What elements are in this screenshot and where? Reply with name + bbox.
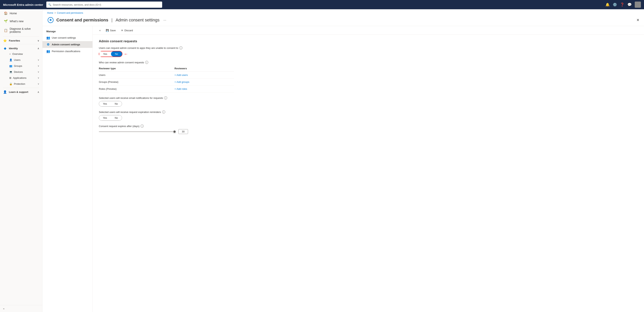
reviewer-type-roles: Roles (Preview): [99, 86, 174, 92]
settings-content: Admin consent requests Users can request…: [93, 35, 644, 312]
settings-panel: « 💾 Save ✕ Discard Admin consent request…: [93, 26, 644, 312]
admin-consent-request-field: Users can request admin consent to apps …: [99, 46, 638, 57]
search-placeholder: Search resources, services, and docs (G+…: [53, 3, 101, 6]
feedback-icon[interactable]: 💬: [628, 2, 632, 7]
discard-button[interactable]: ✕ Discard: [119, 28, 135, 33]
add-groups-link[interactable]: + Add groups: [174, 80, 190, 84]
sidebar-identity[interactable]: ◆ Identity ∧: [0, 45, 42, 51]
sidebar-item-home[interactable]: 🏠 Home: [1, 10, 42, 17]
reviewer-type-groups: Groups (Preview): [99, 78, 174, 86]
users-chevron: ∨: [38, 59, 39, 61]
expiration-reminder-label: Selected users will receive request expi…: [99, 110, 638, 114]
whats-new-icon: 🌱: [4, 19, 8, 23]
slider-value[interactable]: 30: [178, 129, 188, 134]
email-notif-no[interactable]: No: [111, 101, 122, 106]
avatar[interactable]: [635, 2, 641, 8]
manage-admin-consent-label: Admin consent settings: [52, 43, 80, 46]
groups-chevron: ∨: [38, 65, 39, 67]
app-title: Microsoft Entra admin center: [3, 3, 43, 6]
reviewer-table: Reviewer type Reviewers Users + Add user…: [99, 66, 234, 92]
manage-user-consent-label: User consent settings: [52, 36, 76, 39]
search-bar[interactable]: 🔍 Search resources, services, and docs (…: [46, 2, 162, 8]
add-roles-link[interactable]: + Add roles: [174, 88, 187, 90]
bell-icon[interactable]: 🔔: [606, 2, 610, 7]
toggle-yes-option[interactable]: Yes: [99, 51, 111, 56]
expiry-no[interactable]: No: [111, 115, 122, 120]
expiration-reminder-field: Selected users will receive request expi…: [99, 110, 638, 121]
sidebar-item-groups[interactable]: 👥 Groups ∨: [0, 63, 42, 69]
permission-class-icon: 👥: [46, 50, 50, 53]
sidebar-item-overview[interactable]: ○ Overview: [0, 51, 42, 57]
discard-icon: ✕: [121, 29, 123, 32]
sidebar-item-devices[interactable]: 💻 Devices ∨: [0, 69, 42, 75]
sidebar-home-label: Home: [10, 12, 17, 15]
email-notification-toggle[interactable]: Yes No: [99, 101, 122, 106]
sidebar-item-whats-new[interactable]: 🌱 What's new: [1, 18, 42, 25]
manage-item-permission-class[interactable]: 👥 Permission classifications: [42, 48, 92, 55]
sidebar-item-protection[interactable]: 🔒 Protection ∨: [0, 81, 42, 87]
field2-info-icon[interactable]: i: [164, 96, 167, 100]
page-header: Consent and permissions | Admin consent …: [42, 15, 644, 26]
sidebar-favorites[interactable]: ⭐ Favorites ∨: [0, 37, 42, 43]
sidebar-groups-label: Groups: [14, 64, 22, 68]
sidebar-whats-new-label: What's new: [10, 20, 24, 23]
collapse-panel-icon: «: [99, 29, 101, 32]
sidebar-diagnose-label: Diagnose & solve problems: [10, 27, 38, 34]
admin-consent-toggle[interactable]: Yes No: [99, 51, 122, 57]
save-label: Save: [110, 29, 116, 32]
protection-chevron: ∨: [38, 83, 39, 85]
close-button[interactable]: ✕: [636, 18, 639, 22]
sidebar-divider-2: [3, 44, 39, 44]
manage-item-user-consent[interactable]: 👥 User consent settings: [42, 34, 92, 41]
field3-info-icon[interactable]: i: [162, 110, 165, 114]
sidebar-users-label: Users: [14, 58, 20, 62]
add-users-link[interactable]: + Add users: [174, 74, 188, 76]
help-icon[interactable]: ❓: [620, 2, 624, 7]
slider-row: 30: [99, 129, 638, 134]
email-notif-yes[interactable]: Yes: [99, 101, 111, 106]
save-icon: 💾: [106, 29, 109, 32]
email-notification-label: Selected users will receive email notifi…: [99, 96, 638, 100]
breadcrumb-separator: >: [54, 12, 56, 14]
sidebar-item-users[interactable]: 👤 Users ∨: [0, 57, 42, 63]
devices-icon: 💻: [9, 70, 12, 73]
manage-panel: Manage 👥 User consent settings ⚙ Admin c…: [42, 26, 93, 312]
favorites-chevron: ∨: [38, 40, 39, 42]
sidebar-divider-1: [3, 36, 39, 36]
devices-chevron: ∨: [38, 71, 39, 73]
sidebar-item-applications[interactable]: ⊞ Applications ∨: [0, 75, 42, 81]
applications-icon: ⊞: [9, 76, 12, 79]
page-title-divider: |: [112, 18, 112, 22]
content-area: Home > Consent and permissions Consent a…: [42, 9, 644, 312]
save-button[interactable]: 💾 Save: [104, 28, 118, 33]
users-icon: 👤: [9, 58, 12, 62]
col-reviewer-type: Reviewer type: [99, 66, 174, 72]
expiry-yes[interactable]: Yes: [99, 115, 111, 120]
identity-chevron: ∧: [38, 47, 39, 50]
sidebar-item-diagnose[interactable]: 📋 Diagnose & solve problems: [1, 25, 42, 35]
field1-info-icon[interactable]: i: [179, 46, 182, 50]
slider-thumb[interactable]: [173, 130, 176, 133]
sidebar-learn-support[interactable]: 👤 Learn & support ∧: [0, 88, 42, 94]
manage-item-admin-consent[interactable]: ⚙ Admin consent settings: [42, 41, 92, 48]
expiration-reminder-toggle[interactable]: Yes No: [99, 115, 122, 121]
field4-info-icon[interactable]: i: [140, 124, 144, 128]
toggle-no-option[interactable]: No: [111, 51, 122, 56]
manage-title: Manage: [42, 29, 92, 34]
sidebar-protection-label: Protection: [14, 82, 25, 85]
breadcrumb-home[interactable]: Home: [47, 12, 53, 14]
gear-icon[interactable]: ⚙️: [613, 2, 617, 7]
content-inner: Manage 👥 User consent settings ⚙ Admin c…: [42, 26, 644, 312]
more-options-button[interactable]: ···: [163, 18, 166, 22]
reviewer-info-icon[interactable]: i: [145, 61, 148, 64]
sidebar-collapse-button[interactable]: «: [0, 305, 42, 312]
expiry-days-label: Consent request expires after (days) i: [99, 124, 638, 128]
slider-track[interactable]: [99, 131, 176, 132]
collapse-panel-button[interactable]: «: [97, 28, 103, 33]
learn-icon: 👤: [3, 90, 7, 94]
overview-icon: ○: [9, 52, 11, 56]
reviewer-section: Who can review admin consent requests i …: [99, 61, 638, 92]
sidebar-devices-label: Devices: [14, 70, 23, 73]
admin-consent-request-label: Users can request admin consent to apps …: [99, 46, 638, 50]
sidebar-overview-label: Overview: [12, 52, 23, 56]
